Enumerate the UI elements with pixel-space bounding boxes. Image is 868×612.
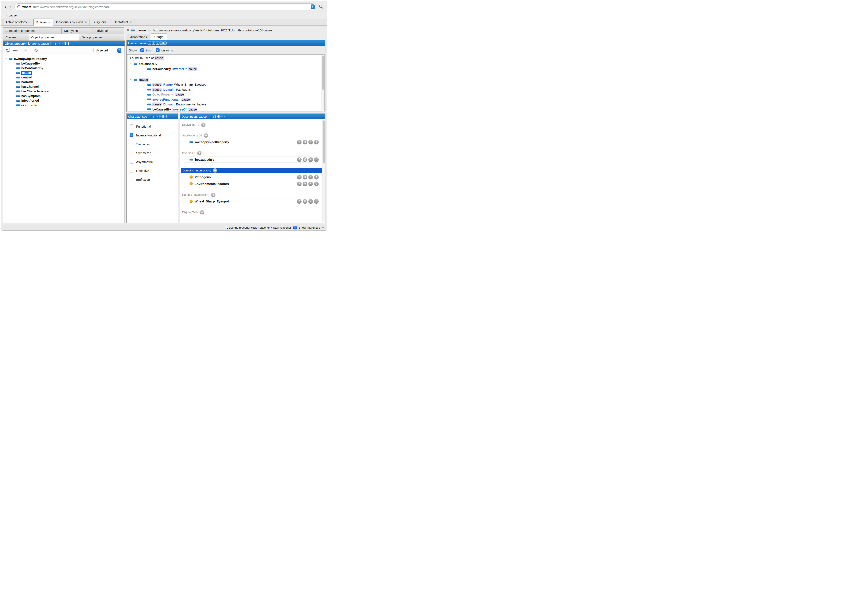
description-item-becausedby[interactable]: beCausedBy?@×o [182,156,320,162]
delete-property-button[interactable] [24,48,28,52]
tab-active-ontology[interactable]: Active ontology× [3,19,33,26]
functional-checkbox[interactable] [130,124,133,128]
show-inferences-checkbox[interactable]: ✓ [293,226,297,229]
split-horizontally-icon[interactable]: = [215,115,219,118]
split-vertically-icon[interactable]: □ [219,115,222,118]
tree-item-owl-topobjectproperty[interactable]: ▾owl:topObjectProperty [5,57,123,61]
split-vertically-icon[interactable]: □ [160,42,163,45]
split-horizontally-icon[interactable]: = [156,115,159,118]
irreflexive-checkbox[interactable] [130,178,133,181]
close-panel-icon[interactable]: × [65,42,68,45]
back-button[interactable]: ‹ [5,3,7,10]
float-panel-icon[interactable]: ∥ [152,115,155,118]
tree-item-haschannel[interactable]: hasChannel [5,84,123,89]
close-panel-icon[interactable]: × [163,42,166,45]
help-icon[interactable]: ? [50,42,53,45]
tab-object-properties[interactable]: Object properties [29,34,79,41]
scrollbar-thumb[interactable] [323,121,325,164]
stepper-down-icon[interactable]: ▼ [119,50,120,52]
menu-icon[interactable]: ≡ [127,28,129,33]
asymmetric-checkbox[interactable] [130,160,133,164]
address-stepper[interactable]: ▲ ▼ [311,5,315,9]
close-tab-icon[interactable]: × [29,20,31,24]
add-domains-intersection-button[interactable]: + [213,168,217,173]
usage-row[interactable]: causeRangeWheat_Sharp_Eyespot [130,82,319,87]
tab-classes[interactable]: Classes [3,34,29,41]
usage-scrollbar[interactable] [321,55,324,110]
description-scrollbar[interactable] [322,120,325,222]
usage-row[interactable]: causeDomainPathogens [130,87,319,92]
section-header-ranges-intersection[interactable]: Ranges (intersection)+ [182,192,320,198]
annotate-button[interactable]: @ [303,157,307,162]
delete-button[interactable]: × [308,157,313,162]
tab-ontograf[interactable]: OntoGraf× [112,19,135,26]
description-item-owl-topobjectproperty[interactable]: owl:topObjectProperty?@×o [182,139,320,145]
transitive-checkbox[interactable] [130,142,133,146]
tree-item-control[interactable]: control [5,75,123,80]
float-panel-icon[interactable]: ∥ [54,42,57,45]
add-sibling-property-button[interactable] [13,48,18,53]
add-subproperty-of-button[interactable]: + [204,133,208,138]
tab-annotations[interactable]: Annotations [127,34,150,40]
usage-group-row[interactable]: ▾cause [130,77,319,82]
tree-item-occurredin[interactable]: occurredIn [5,103,123,108]
tab-entities[interactable]: Entities× [33,19,53,26]
dropdown-stepper-icon[interactable]: ▲ ▼ [117,48,121,53]
collapse-arrow-icon[interactable]: ▾ [130,63,132,65]
edit-button[interactable]: o [314,157,319,162]
split-vertically-icon[interactable]: □ [160,115,163,118]
close-tab-icon[interactable]: × [49,21,50,24]
section-header-inverse-of[interactable]: Inverse Of+ [182,150,320,156]
description-item-pathogens[interactable]: Pathogens?@×o [182,174,320,180]
close-panel-icon[interactable]: × [163,115,166,118]
split-horizontally-icon[interactable]: = [156,42,159,45]
asserted-dropdown[interactable]: Asserted ▲ ▼ [93,48,122,53]
annotate-button[interactable]: @ [303,182,307,186]
close-tab-icon[interactable]: × [85,20,87,24]
explain-button[interactable]: ? [297,199,302,204]
tab-individuals-by-class[interactable]: Individuals by class× [53,19,90,26]
close-tab-icon[interactable]: × [108,20,110,24]
add-inverse-of-button[interactable]: + [197,151,202,155]
tree-item-becontroledby[interactable]: beControledBy [5,66,123,70]
tab-annotation-properties[interactable]: Annotation properties [3,28,62,34]
delete-button[interactable]: × [308,175,313,179]
description-item-wheat-sharp-eyespot[interactable]: Wheat_Sharp_Eyespot?@×o [182,198,320,204]
inverse-functional-checkbox[interactable]: ✓ [130,133,133,137]
filter-this-checkbox[interactable]: ✓ [140,48,144,52]
delete-button[interactable]: × [308,140,313,144]
tree-item-cause[interactable]: cause [5,70,123,75]
explain-button[interactable]: ? [297,182,302,186]
usage-row[interactable]: ObjectProperty:cause [130,92,319,97]
description-item-environmental-factors[interactable]: Environmental_factors?@×o [182,181,320,187]
forward-button[interactable]: › [9,3,12,10]
tab-usage[interactable]: Usage [151,33,167,40]
usage-row[interactable]: beCausedByInverseOfcause [130,107,319,111]
explain-button[interactable]: ? [297,140,302,144]
stepper-down-icon[interactable]: ▼ [312,7,313,8]
tab-individuals[interactable]: Individuals [92,28,124,34]
add-disjoint-with-button[interactable]: + [200,210,204,215]
split-vertically-icon[interactable]: □ [62,42,65,45]
section-header-disjoint-with[interactable]: Disjoint With+ [182,209,320,215]
log-icon[interactable]: ≡ [322,226,324,230]
delete-button[interactable]: × [308,199,313,204]
edit-button[interactable]: o [314,140,319,144]
close-panel-icon[interactable]: × [223,115,226,118]
close-tab-icon[interactable]: × [130,20,132,24]
usage-row[interactable]: beCausedByInverseOfcause [130,66,319,71]
tree-item-hassymptom[interactable]: hasSymptom [5,94,123,98]
annotate-button[interactable]: @ [303,175,307,179]
address-bar[interactable]: wheat (http://www.semanticweb.org/keyili… [14,3,316,10]
tab-datatypes[interactable]: Datatypes [61,28,93,34]
usage-row[interactable]: causeDomainEnvironmental_factors [130,102,319,107]
add-equivalent-to-button[interactable]: + [201,122,206,127]
split-horizontally-icon[interactable]: = [58,42,61,45]
delete-button[interactable]: × [308,182,313,186]
search-icon[interactable] [319,4,324,9]
reflexive-checkbox[interactable] [130,169,133,173]
section-header-equivalent-to[interactable]: Equivalent To+ [182,122,320,128]
explain-button[interactable]: ? [297,175,302,179]
tree-item-infectperiod[interactable]: infectPeriod [5,98,123,103]
add-sub-property-button[interactable] [6,48,10,53]
